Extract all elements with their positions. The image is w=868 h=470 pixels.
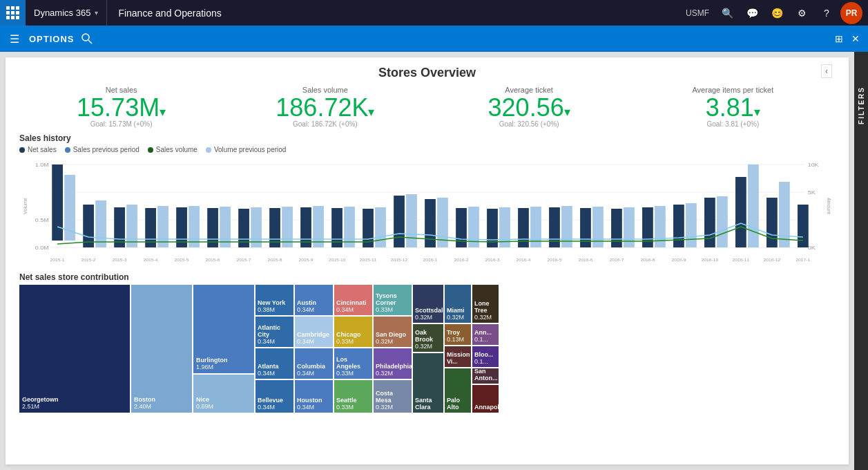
svg-rect-19	[126, 205, 137, 247]
expand-icon[interactable]: ⊞	[832, 30, 846, 47]
waffle-menu[interactable]	[0, 0, 26, 26]
svg-text:2017-1: 2017-1	[795, 257, 810, 262]
brand-text: Dynamics 365	[34, 8, 90, 18]
close-icon[interactable]: ✕	[849, 30, 862, 47]
svg-rect-16	[83, 205, 94, 247]
svg-text:2016-5: 2016-5	[547, 257, 561, 262]
treemap-cell-seattle[interactable]: Seattle 0.33M	[334, 380, 372, 413]
brand-area[interactable]: Dynamics 365 ▾	[26, 0, 107, 26]
kpi-sales-volume-goal: Goal: 186.72K (+0%)	[223, 120, 427, 128]
svg-text:2015-11: 2015-11	[360, 257, 377, 262]
svg-rect-35	[375, 207, 386, 247]
second-nav-right: ⊞ ✕	[832, 30, 862, 47]
treemap-cell-sanantonio[interactable]: San Anton...	[472, 368, 499, 384]
svg-rect-38	[425, 199, 436, 247]
help-button[interactable]: ?	[816, 0, 838, 26]
svg-rect-59	[748, 164, 759, 247]
kpi-sales-volume: Sales volume 186.72K▾ Goal: 186.72K (+0%…	[223, 86, 427, 128]
svg-text:Amount: Amount	[826, 198, 833, 215]
treemap-cell-scottsdale[interactable]: Scottsdale 0.32M	[413, 285, 443, 323]
treemap-cell-atlanticcity[interactable]: Atlantic City 0.34M	[255, 317, 293, 347]
filters-sidebar[interactable]: FILTERS	[854, 52, 868, 470]
treemap-cell-troy[interactable]: Troy 0.13M	[445, 324, 471, 345]
collapse-arrow[interactable]: ‹	[821, 64, 832, 78]
svg-text:2016-6: 2016-6	[578, 257, 592, 262]
treemap-cell-columbia[interactable]: Columbia 0.34M	[295, 348, 333, 379]
legend-dot-volume-prev	[206, 147, 211, 153]
hamburger-menu[interactable]: ☰	[6, 28, 23, 50]
treemap-cell-santaclara[interactable]: Santa Clara	[413, 353, 443, 413]
treemap-cell-nice[interactable]: Nice 0.89M	[193, 375, 254, 413]
chat-button[interactable]: 💬	[741, 0, 763, 26]
treemap-cell-newyork[interactable]: New York 0.38M	[255, 285, 293, 315]
svg-text:2015-4: 2015-4	[144, 257, 158, 262]
chart-svg: 1.0M 0.5M 0.0M Volume 10K 5K 0K Amount	[19, 158, 835, 268]
treemap-cell-atlanta[interactable]: Atlanta 0.34M	[255, 348, 293, 379]
user-avatar[interactable]: PR	[840, 2, 862, 24]
treemap-col-ny: New York 0.38M Atlantic City 0.34M Atlan…	[255, 285, 293, 413]
treemap-cell-ann[interactable]: Ann... 0.1...	[472, 324, 499, 345]
treemap-cell-oakbrook[interactable]: Oak Brook 0.32M	[413, 324, 443, 352]
kpi-avg-ticket: Average ticket 320.56▾ Goal: 320.56 (+0%…	[427, 86, 631, 128]
chart-title: Sales history	[19, 133, 835, 143]
svg-text:2015-12: 2015-12	[391, 257, 408, 262]
treemap-cell-bloo[interactable]: Bloo... 0.1...	[472, 346, 499, 367]
svg-text:2015-5: 2015-5	[175, 257, 189, 262]
treemap-cell-sandiego[interactable]: San Diego 0.32M	[374, 317, 412, 347]
treemap-cell-losangeles[interactable]: Los Angeles 0.33M	[334, 348, 372, 379]
svg-rect-37	[406, 194, 417, 247]
treemap-cell-boston[interactable]: Boston 2.40M	[131, 285, 192, 413]
treemap-cell-paloalto[interactable]: Palo Alto	[445, 368, 471, 413]
svg-text:2015-7: 2015-7	[237, 257, 251, 262]
svg-line-1	[88, 40, 92, 44]
treemap-cell-lonetree[interactable]: Lone Tree 0.32M	[472, 285, 499, 323]
kpi-avg-items: Average items per ticket 3.81▾ Goal: 3.8…	[631, 86, 835, 128]
search-button[interactable]	[80, 32, 94, 46]
svg-rect-33	[344, 207, 355, 247]
waffle-icon	[6, 6, 19, 19]
treemap-cell-cincinnati[interactable]: Cincinnati 0.34M	[334, 285, 372, 315]
treemap-cell-annapolis[interactable]: Annapolis	[472, 385, 499, 413]
treemap-cell-tysonscorner[interactable]: Tysons Corner 0.33M	[374, 285, 412, 315]
svg-text:2016-2: 2016-2	[454, 257, 468, 262]
brand-chevron: ▾	[95, 9, 98, 17]
treemap[interactable]: Georgetown 2.51M Boston 2.40M Burlington…	[19, 285, 835, 413]
treemap-cell-costamesa[interactable]: Costa Mesa 0.32M	[374, 380, 412, 413]
treemap-cell-bellevue[interactable]: Bellevue 0.34M	[255, 380, 293, 413]
bar-chart[interactable]: 1.0M 0.5M 0.0M Volume 10K 5K 0K Amount	[19, 158, 835, 268]
svg-rect-57	[717, 196, 728, 247]
treemap-col-lonetree: Lone Tree 0.32M Ann... 0.1... Bloo... 0.…	[472, 285, 499, 413]
treemap-col-burlington: Burlington 1.96M Nice 0.89M	[193, 285, 254, 413]
treemap-cell-austin[interactable]: Austin 0.34M	[295, 285, 333, 315]
treemap-cell-cambridge[interactable]: Cambridge 0.34M	[295, 317, 333, 347]
svg-text:1.0M: 1.0M	[35, 161, 49, 167]
treemap-cell-philadelphia[interactable]: Philadelphia 0.32M	[374, 348, 412, 379]
treemap-cell-chicago[interactable]: Chicago 0.33M	[334, 317, 372, 347]
svg-text:10K: 10K	[808, 161, 819, 167]
treemap-col-cincinnati: Cincinnati 0.34M Chicago 0.33M Los Angel…	[334, 285, 372, 413]
emoji-button[interactable]: 😊	[766, 0, 788, 26]
treemap-cell-georgetown[interactable]: Georgetown 2.51M	[19, 285, 130, 413]
svg-rect-21	[157, 206, 168, 247]
nav-right-area: USMF 🔍 💬 😊 ⚙ ? PR	[682, 0, 868, 26]
svg-text:2015-10: 2015-10	[329, 257, 346, 262]
svg-rect-31	[313, 206, 324, 247]
treemap-cell-houston[interactable]: Houston 0.34M	[295, 380, 333, 413]
chart-section: Sales history Net sales Sales previous p…	[6, 133, 849, 268]
svg-rect-29	[282, 207, 293, 247]
svg-text:2016-4: 2016-4	[516, 257, 530, 262]
second-nav: ☰ OPTIONS ⊞ ✕	[0, 26, 868, 52]
svg-rect-60	[766, 198, 778, 247]
legend-net-sales: Net sales	[19, 146, 57, 153]
options-label[interactable]: OPTIONS	[29, 34, 75, 44]
svg-text:2015-8: 2015-8	[268, 257, 282, 262]
treemap-cell-burlington[interactable]: Burlington 1.96M	[193, 285, 254, 373]
search-nav-button[interactable]: 🔍	[716, 0, 738, 26]
treemap-cell-miami[interactable]: Miami 0.32M	[445, 285, 471, 323]
settings-button[interactable]: ⚙	[791, 0, 813, 26]
treemap-cell-missionviejo[interactable]: Mission Vi...	[445, 346, 471, 367]
legend-dot-sales-volume	[148, 147, 153, 153]
treemap-col-austin: Austin 0.34M Cambridge 0.34M Columbia 0.…	[295, 285, 333, 413]
svg-text:2015-3: 2015-3	[113, 257, 127, 262]
chart-legend: Net sales Sales previous period Sales vo…	[19, 146, 835, 153]
